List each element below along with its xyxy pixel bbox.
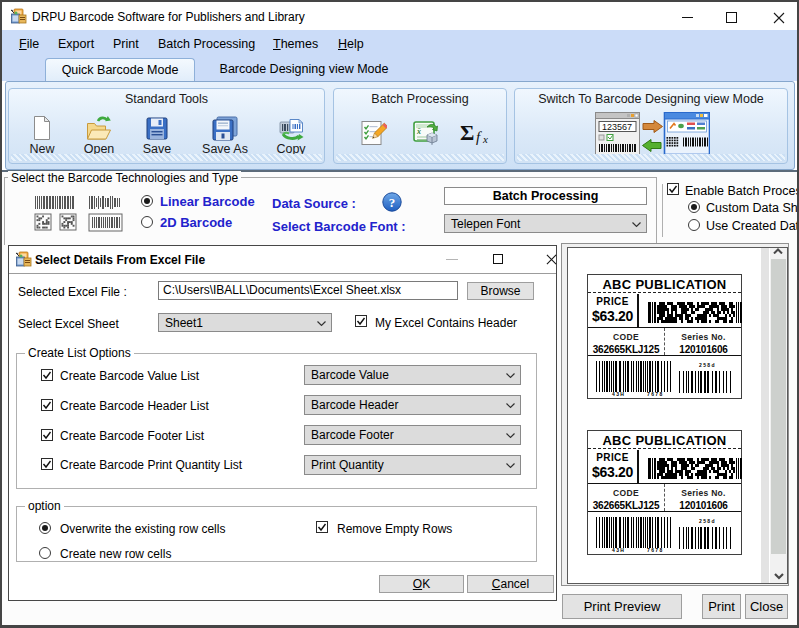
svg-text:4 3 H: 4 3 H [612, 391, 624, 397]
svg-text:x̄: x̄ [416, 127, 421, 136]
svg-text:4 3 H: 4 3 H [612, 547, 624, 553]
svg-text:123567: 123567 [602, 122, 632, 132]
svg-text:2 5 8 d: 2 5 8 d [699, 518, 715, 524]
svg-text:2 5 8 d: 2 5 8 d [699, 362, 715, 368]
svg-text:x: x [482, 133, 488, 145]
svg-text:f: f [476, 129, 482, 145]
svg-text:Σ: Σ [460, 120, 474, 145]
svg-text:7 6 7 8: 7 6 7 8 [647, 547, 663, 553]
svg-text:?: ? [389, 195, 396, 210]
svg-text:7 6 7 8: 7 6 7 8 [647, 391, 663, 397]
